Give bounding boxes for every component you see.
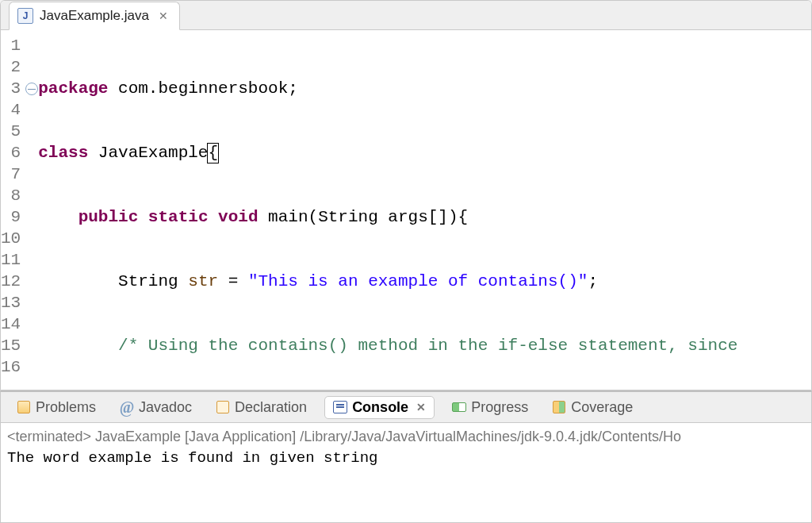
bottom-tabbar: Problems @ Javadoc Declaration Console ✕… bbox=[1, 392, 811, 423]
editor-tab-javaexample[interactable]: J JavaExample.java ✕ bbox=[9, 2, 180, 30]
fold-column bbox=[25, 35, 38, 390]
console-view[interactable]: <terminated> JavaExample [Java Applicati… bbox=[1, 423, 811, 522]
javadoc-icon: @ bbox=[120, 400, 134, 414]
editor-tabbar: J JavaExample.java ✕ bbox=[1, 1, 811, 30]
console-output-line: The word example is found in given strin… bbox=[7, 448, 805, 469]
console-icon bbox=[333, 401, 347, 413]
console-status: <terminated> JavaExample [Java Applicati… bbox=[7, 426, 805, 448]
problems-icon bbox=[17, 400, 31, 414]
code-lines[interactable]: package com.beginnersbook; class JavaExa… bbox=[38, 35, 811, 390]
coverage-icon bbox=[552, 400, 566, 414]
bottom-panel: Problems @ Javadoc Declaration Console ✕… bbox=[0, 390, 812, 523]
tab-declaration[interactable]: Declaration bbox=[209, 396, 313, 419]
cursor-brace: { bbox=[207, 143, 219, 163]
fold-toggle-icon[interactable] bbox=[25, 83, 38, 95]
editor-panel: J JavaExample.java ✕ 1234 5678 9101112 1… bbox=[0, 0, 812, 390]
tab-problems[interactable]: Problems bbox=[10, 396, 102, 419]
line-gutter: 1234 5678 9101112 13141516 bbox=[1, 35, 25, 390]
tab-progress[interactable]: Progress bbox=[446, 396, 534, 419]
close-icon[interactable]: ✕ bbox=[416, 401, 426, 413]
tab-console[interactable]: Console ✕ bbox=[324, 396, 435, 419]
tab-coverage[interactable]: Coverage bbox=[546, 396, 639, 419]
progress-icon bbox=[452, 400, 466, 414]
ide-root: J JavaExample.java ✕ 1234 5678 9101112 1… bbox=[0, 0, 812, 523]
tab-javadoc[interactable]: @ Javadoc bbox=[113, 396, 198, 419]
close-icon[interactable]: ✕ bbox=[159, 10, 168, 22]
java-file-icon: J bbox=[17, 8, 33, 24]
editor-tab-label: JavaExample.java bbox=[40, 8, 149, 24]
declaration-icon bbox=[216, 400, 230, 414]
code-area[interactable]: 1234 5678 9101112 13141516 package com.b… bbox=[1, 30, 811, 390]
